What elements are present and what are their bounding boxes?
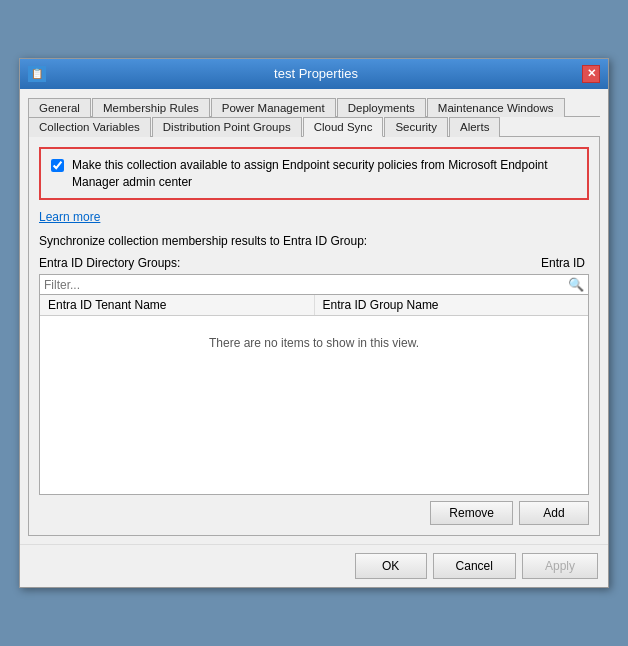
footer: OK Cancel Apply bbox=[20, 544, 608, 587]
endpoint-policy-label[interactable]: Make this collection available to assign… bbox=[72, 157, 577, 191]
tab-alerts[interactable]: Alerts bbox=[449, 117, 500, 137]
table-header: Entra ID Tenant Name Entra ID Group Name bbox=[40, 295, 588, 316]
tab-deployments[interactable]: Deployments bbox=[337, 98, 426, 117]
title-bar: 📋 test Properties ✕ bbox=[20, 59, 608, 89]
tab-cloud-sync[interactable]: Cloud Sync bbox=[303, 117, 384, 137]
dir-label: Entra ID Directory Groups: bbox=[39, 256, 541, 270]
cancel-button[interactable]: Cancel bbox=[433, 553, 516, 579]
sync-label: Synchronize collection membership result… bbox=[39, 234, 589, 248]
endpoint-policy-section: Make this collection available to assign… bbox=[39, 147, 589, 201]
filter-input[interactable] bbox=[44, 278, 568, 292]
tab-collection-variables[interactable]: Collection Variables bbox=[28, 117, 151, 137]
remove-button[interactable]: Remove bbox=[430, 501, 513, 525]
window-icon: 📋 bbox=[28, 66, 46, 82]
tab-membership-rules[interactable]: Membership Rules bbox=[92, 98, 210, 117]
search-icon: 🔍 bbox=[568, 277, 584, 292]
tabs-row1: General Membership Rules Power Managemen… bbox=[28, 97, 600, 117]
endpoint-policy-checkbox[interactable] bbox=[51, 159, 64, 172]
col-group-name: Entra ID Group Name bbox=[315, 295, 589, 315]
tab-security[interactable]: Security bbox=[384, 117, 448, 137]
content-area: General Membership Rules Power Managemen… bbox=[20, 89, 608, 545]
learn-more-link[interactable]: Learn more bbox=[39, 210, 100, 224]
tabs-row2: Collection Variables Distribution Point … bbox=[28, 116, 600, 137]
main-window: 📋 test Properties ✕ General Membership R… bbox=[19, 58, 609, 589]
col-tenant-name: Entra ID Tenant Name bbox=[40, 295, 315, 315]
tab-distribution-point-groups[interactable]: Distribution Point Groups bbox=[152, 117, 302, 137]
apply-button[interactable]: Apply bbox=[522, 553, 598, 579]
entra-id-column-label: Entra ID bbox=[541, 256, 589, 270]
empty-message: There are no items to show in this view. bbox=[40, 316, 588, 370]
tab-power-management[interactable]: Power Management bbox=[211, 98, 336, 117]
table-actions: Remove Add bbox=[39, 501, 589, 525]
tab-content: Make this collection available to assign… bbox=[28, 137, 600, 537]
directory-table[interactable]: Entra ID Tenant Name Entra ID Group Name… bbox=[39, 295, 589, 495]
ok-button[interactable]: OK bbox=[355, 553, 427, 579]
tab-general[interactable]: General bbox=[28, 98, 91, 117]
directory-header: Entra ID Directory Groups: Entra ID bbox=[39, 256, 589, 270]
filter-row: 🔍 bbox=[39, 274, 589, 295]
window-title: test Properties bbox=[50, 66, 582, 81]
add-button[interactable]: Add bbox=[519, 501, 589, 525]
tab-maintenance-windows[interactable]: Maintenance Windows bbox=[427, 98, 565, 117]
close-button[interactable]: ✕ bbox=[582, 65, 600, 83]
